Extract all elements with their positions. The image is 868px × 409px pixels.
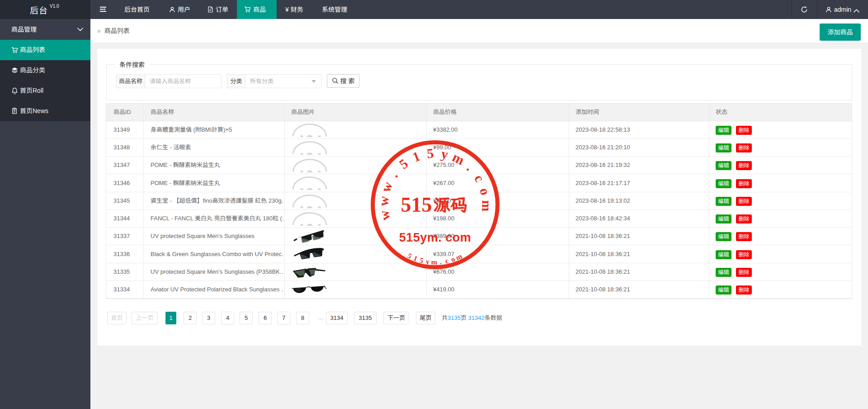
svg-text:.: . — [387, 168, 401, 180]
svg-text:1: 1 — [412, 254, 418, 263]
svg-text:515: 515 — [401, 193, 432, 216]
svg-text:o: o — [477, 186, 493, 197]
svg-text:5: 5 — [396, 156, 411, 171]
svg-text:c: c — [472, 171, 487, 184]
svg-text:.: . — [464, 160, 476, 173]
svg-text:5: 5 — [406, 252, 413, 260]
svg-text:源码: 源码 — [434, 193, 468, 216]
svg-text:c: c — [444, 257, 449, 265]
svg-text:515ym. com: 515ym. com — [399, 231, 472, 244]
svg-text:w: w — [376, 195, 391, 206]
svg-text:w: w — [378, 180, 396, 194]
svg-text:m: m — [450, 149, 467, 168]
svg-text:w: w — [376, 209, 393, 222]
svg-text:1: 1 — [410, 148, 422, 165]
svg-text:m: m — [431, 258, 437, 266]
svg-text:y: y — [425, 257, 430, 266]
svg-text:5: 5 — [426, 145, 434, 161]
svg-text:5: 5 — [419, 256, 424, 264]
svg-text:.: . — [439, 258, 442, 266]
svg-text:m: m — [479, 200, 495, 212]
svg-text:y: y — [440, 146, 449, 162]
